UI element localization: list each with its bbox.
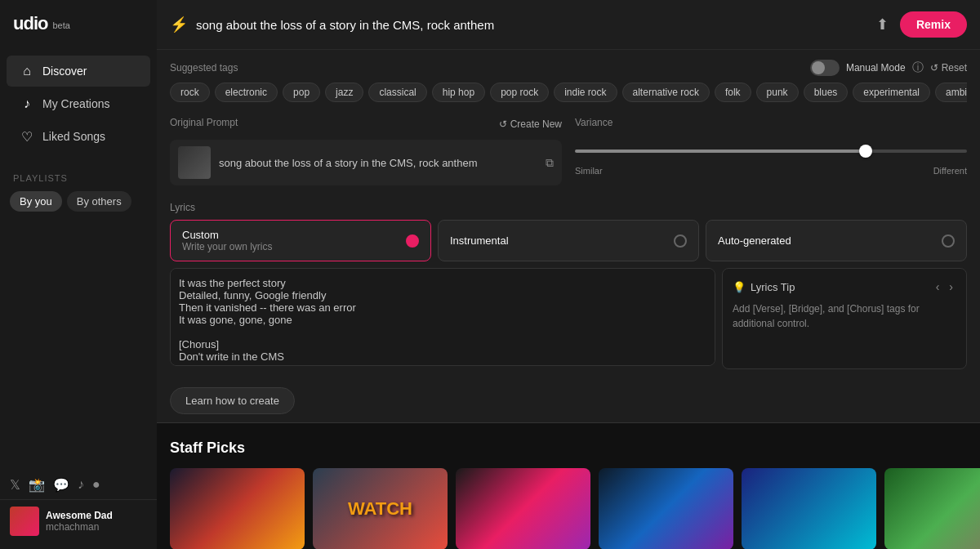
tag-chip[interactable]: classical — [368, 83, 426, 102]
lyrics-option-instrumental[interactable]: Instrumental — [438, 220, 699, 261]
tag-chip[interactable]: alternative rock — [622, 83, 710, 102]
tip-title-text: Lyrics Tip — [751, 281, 795, 293]
sidebar-item-liked-songs[interactable]: ♡ Liked Songs — [7, 121, 150, 152]
picks-grid: WATCH — [170, 468, 967, 549]
create-new-icon: ↺ — [499, 118, 507, 130]
social-icons: 𝕏 📸 💬 ♪ ● — [0, 471, 157, 499]
beta-badge: beta — [52, 20, 69, 30]
share-button[interactable]: ⬆ — [873, 12, 892, 37]
lyrics-instrumental-radio — [674, 234, 687, 248]
discord-icon[interactable]: 💬 — [53, 477, 69, 493]
create-new-label: Create New — [510, 118, 562, 130]
learn-button[interactable]: Learn how to create — [170, 387, 295, 414]
learn-row: Learn how to create — [157, 379, 980, 422]
creation-panel: ⚡ ⬆ Remix Suggested tags Manual Mode ⓘ — [157, 0, 980, 423]
staff-picks-section: Staff Picks WATCH — [157, 423, 980, 549]
sidebar-item-label: Discover — [42, 65, 87, 78]
nav-items: ⌂ Discover ♪ My Creations ♡ Liked Songs — [0, 47, 157, 160]
variance-label: Variance — [575, 117, 967, 128]
variance-slider-container — [575, 135, 967, 163]
tag-chip[interactable]: rock — [170, 83, 210, 102]
tags-label: Suggested tags — [170, 62, 238, 74]
lyrics-label: Lyrics — [170, 202, 967, 213]
lyrics-custom-sub: Write your own lyrics — [182, 241, 272, 252]
variance-different-label: Different — [933, 166, 967, 176]
prompt-card: song about the loss of a story in the CM… — [170, 140, 562, 185]
lyrics-custom-radio — [406, 234, 419, 248]
sidebar-track-thumb — [10, 507, 39, 536]
tip-next-button[interactable]: › — [946, 279, 956, 295]
prompt-text: song about the loss of a story in the CM… — [219, 157, 537, 169]
sidebar-item-label: Liked Songs — [42, 130, 105, 143]
tag-chip[interactable]: folk — [715, 83, 751, 102]
tag-chip[interactable]: electronic — [215, 83, 278, 102]
lyrics-custom-name: Custom — [182, 229, 272, 241]
staff-pick-card[interactable] — [742, 468, 876, 549]
tip-title: 💡 Lyrics Tip — [733, 281, 795, 293]
original-prompt-section: Original Prompt ↺ Create New song about … — [170, 117, 562, 185]
heart-icon: ♡ — [20, 129, 34, 144]
staff-pick-card[interactable] — [456, 468, 590, 549]
variance-labels: Similar Different — [575, 166, 967, 176]
lyrics-auto-radio — [942, 234, 955, 248]
tab-by-others[interactable]: By others — [67, 191, 131, 212]
sidebar-item-my-creations[interactable]: ♪ My Creations — [7, 88, 150, 119]
tags-header: Suggested tags Manual Mode ⓘ ↺ Reset — [170, 60, 967, 76]
staff-pick-card[interactable] — [599, 468, 733, 549]
lyrics-textarea[interactable]: It was the perfect story Detailed, funny… — [170, 268, 715, 366]
staff-picks-title: Staff Picks — [170, 440, 967, 457]
logo: udio — [13, 13, 47, 34]
sidebar-bottom: 𝕏 📸 💬 ♪ ● Awesome Dad mchachman — [0, 464, 157, 549]
lyrics-option-custom[interactable]: Custom Write your own lyrics — [170, 220, 431, 261]
sidebar-item-discover[interactable]: ⌂ Discover — [7, 56, 150, 87]
staff-pick-card[interactable] — [170, 468, 305, 549]
info-icon[interactable]: ⓘ — [912, 60, 924, 75]
staff-pick-card[interactable] — [884, 468, 980, 549]
tag-chip[interactable]: punk — [756, 83, 799, 102]
tip-content: Add [Verse], [Bridge], and [Chorus] tags… — [733, 301, 956, 331]
tag-chip[interactable]: hip hop — [432, 83, 485, 102]
reset-button[interactable]: ↺ Reset — [930, 62, 967, 74]
staff-pick-card[interactable]: WATCH — [313, 468, 448, 549]
tag-chip[interactable]: experimental — [853, 83, 930, 102]
tag-chip[interactable]: ambient — [935, 83, 967, 102]
tip-nav: ‹ › — [933, 279, 956, 295]
tag-chip[interactable]: indie rock — [554, 83, 617, 102]
twitter-icon[interactable]: 𝕏 — [10, 477, 20, 493]
lightning-icon: ⚡ — [170, 16, 188, 33]
create-new-button[interactable]: ↺ Create New — [499, 118, 562, 130]
home-icon: ⌂ — [20, 64, 34, 78]
main-content: ⚡ ⬆ Remix Suggested tags Manual Mode ⓘ — [157, 0, 980, 549]
tag-chip[interactable]: jazz — [325, 83, 363, 102]
manual-mode-row: Manual Mode ⓘ ↺ Reset — [810, 60, 967, 76]
reddit-icon[interactable]: ● — [92, 477, 100, 493]
manual-mode-toggle[interactable] — [810, 60, 840, 76]
sidebar-track-name: Awesome Dad — [46, 510, 113, 521]
lyrics-editor-row: It was the perfect story Detailed, funny… — [170, 268, 967, 369]
tag-chip[interactable]: blues — [804, 83, 849, 102]
tab-by-you[interactable]: By you — [10, 191, 62, 212]
tip-header: 💡 Lyrics Tip ‹ › — [733, 279, 956, 295]
lyrics-options-row: Custom Write your own lyrics Instrumenta… — [170, 220, 967, 261]
copy-icon[interactable]: ⧉ — [546, 156, 554, 170]
lyrics-option-auto[interactable]: Auto-generated — [706, 220, 967, 261]
logo-area: udio beta — [0, 0, 157, 47]
variance-similar-label: Similar — [575, 166, 603, 176]
tip-prev-button[interactable]: ‹ — [933, 279, 943, 295]
tag-chip[interactable]: pop rock — [490, 83, 549, 102]
lyrics-section: Lyrics Custom Write your own lyrics Inst… — [157, 194, 980, 379]
tiktok-icon[interactable]: ♪ — [78, 477, 84, 493]
sidebar-player-info: Awesome Dad mchachman — [0, 499, 157, 542]
remix-button[interactable]: Remix — [900, 11, 967, 38]
playlists-label: PLAYLISTS — [0, 160, 157, 188]
lyrics-instrumental-name: Instrumental — [450, 234, 509, 247]
instagram-icon[interactable]: 📸 — [29, 477, 45, 493]
variance-slider[interactable] — [575, 150, 967, 153]
sidebar-player-text: Awesome Dad mchachman — [46, 510, 113, 533]
original-prompt-label: Original Prompt — [170, 117, 238, 128]
music-icon: ♪ — [20, 96, 34, 111]
manual-mode-label: Manual Mode — [846, 62, 906, 74]
prompt-input[interactable] — [196, 18, 865, 32]
prompt-bar: ⚡ ⬆ Remix — [157, 0, 980, 50]
tag-chip[interactable]: pop — [283, 83, 320, 102]
